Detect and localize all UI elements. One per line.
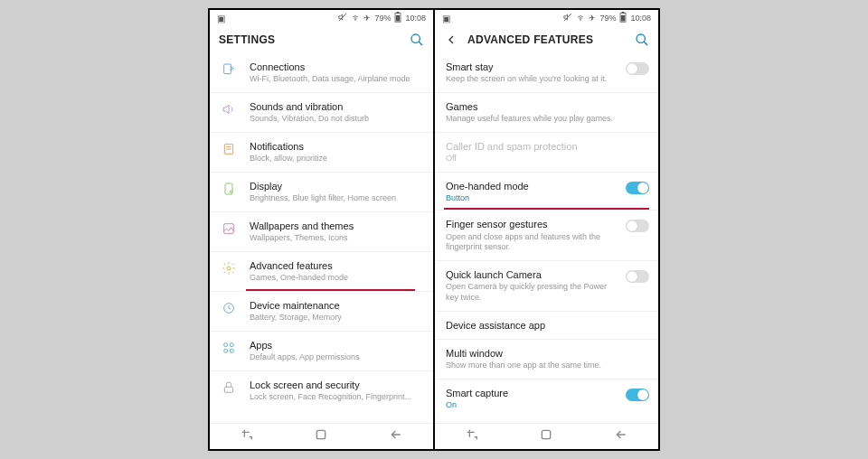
row-title: Multi window: [446, 347, 646, 360]
svg-point-16: [224, 343, 228, 347]
row-value: On: [446, 400, 611, 409]
svg-line-6: [419, 42, 422, 45]
row-one-handed-mode[interactable]: One-handed mode Button: [435, 173, 658, 211]
page-title: ADVANCED FEATURES: [467, 33, 626, 46]
svg-rect-3: [397, 12, 400, 14]
row-display[interactable]: Display Brightness, Blue light filter, H…: [210, 173, 433, 212]
row-lock-screen[interactable]: Lock screen and security Lock screen, Fa…: [210, 371, 433, 410]
row-sub: Battery, Storage, Memory: [250, 313, 424, 323]
clock-text: 10:08: [630, 14, 651, 23]
row-sub: Block, allow, prioritize: [250, 154, 424, 164]
row-quick-launch-camera[interactable]: Quick launch Camera Open Camera by quick…: [435, 261, 658, 312]
sound-icon: [219, 100, 239, 117]
svg-point-23: [580, 20, 581, 21]
svg-rect-21: [317, 430, 326, 438]
apps-icon: [219, 339, 239, 355]
row-title: Apps: [250, 339, 424, 351]
svg-point-12: [230, 191, 232, 193]
wallpaper-icon: [219, 220, 239, 236]
row-finger-sensor[interactable]: Finger sensor gestures Open and close ap…: [435, 211, 658, 261]
toggle-smart-capture[interactable]: [626, 389, 649, 401]
mute-icon: [563, 13, 572, 23]
settings-screen: ▣ ✈ 79% 10:08 SETTINGS: [210, 10, 433, 449]
wifi-icon: [351, 13, 360, 23]
screenshot-icon: ▣: [442, 14, 450, 23]
row-title: Lock screen and security: [250, 379, 424, 391]
highlight-underline: [444, 208, 649, 210]
toggle-finger-sensor[interactable]: [626, 220, 649, 232]
svg-rect-29: [542, 430, 551, 438]
svg-point-17: [230, 343, 233, 347]
nav-bar: [435, 423, 658, 449]
header: ADVANCED FEATURES: [435, 26, 658, 53]
svg-point-1: [355, 20, 356, 21]
row-connections[interactable]: Connections Wi-Fi, Bluetooth, Data usage…: [210, 53, 433, 93]
lock-icon: [219, 379, 239, 395]
status-bar: ▣ ✈ 79% 10:08: [435, 10, 658, 26]
row-title: Notifications: [250, 140, 424, 153]
row-title: Device assistance app: [446, 319, 646, 332]
svg-rect-7: [224, 64, 231, 74]
recents-button[interactable]: [240, 427, 254, 445]
maintenance-icon: [219, 299, 239, 315]
connections-icon: [219, 61, 239, 77]
row-caller-id: Caller ID and spam protection Off: [435, 133, 658, 173]
back-button[interactable]: [614, 427, 628, 445]
row-smart-capture[interactable]: Smart capture On: [435, 379, 658, 417]
row-title: Caller ID and spam protection: [446, 140, 646, 153]
row-wallpapers[interactable]: Wallpapers and themes Wallpapers, Themes…: [210, 212, 433, 252]
row-sub: Games, One-handed mode: [250, 273, 424, 284]
row-advanced-features[interactable]: Advanced features Games, One-handed mode: [210, 252, 433, 292]
advanced-list: Smart stay Keep the screen on while you'…: [435, 53, 658, 423]
row-multi-window[interactable]: Multi window Show more than one app at t…: [435, 340, 658, 379]
row-device-assistance[interactable]: Device assistance app: [435, 312, 658, 340]
status-bar: ▣ ✈ 79% 10:08: [210, 10, 433, 26]
row-title: Games: [446, 100, 646, 113]
recents-button[interactable]: [465, 427, 479, 445]
page-title: SETTINGS: [219, 33, 401, 46]
row-device-maintenance[interactable]: Device maintenance Battery, Storage, Mem…: [210, 292, 433, 332]
svg-point-14: [227, 267, 231, 270]
home-button[interactable]: [539, 427, 553, 445]
row-sub: Default apps, App permissions: [250, 352, 424, 363]
svg-rect-20: [224, 387, 232, 392]
toggle-smart-stay[interactable]: [626, 62, 649, 75]
row-title: Smart stay: [446, 61, 611, 73]
row-title: Device maintenance: [250, 299, 424, 312]
row-title: Display: [250, 180, 424, 192]
row-notifications[interactable]: Notifications Block, allow, prioritize: [210, 133, 433, 173]
row-title: One-handed mode: [446, 180, 611, 192]
row-title: Sounds and vibration: [250, 100, 424, 113]
airplane-icon: ✈: [363, 14, 371, 23]
row-title: Smart capture: [446, 387, 611, 399]
back-icon[interactable]: [444, 33, 458, 47]
svg-line-28: [644, 42, 647, 45]
nav-bar: [210, 423, 433, 449]
search-icon[interactable]: [635, 33, 649, 47]
highlight-underline: [246, 289, 415, 291]
row-sub: Lock screen, Face Recognition, Fingerpri…: [250, 392, 424, 403]
row-sub: Off: [446, 154, 646, 164]
toggle-one-handed[interactable]: [626, 182, 649, 194]
row-sub: Show more than one app at the same time.: [446, 361, 646, 371]
airplane-icon: ✈: [589, 14, 596, 23]
back-button[interactable]: [389, 427, 403, 445]
battery-icon: [394, 12, 401, 24]
row-games[interactable]: Games Manage useful features while you p…: [435, 93, 658, 133]
row-sub: Wi-Fi, Bluetooth, Data usage, Airplane m…: [250, 74, 424, 85]
row-sub: Manage useful features while you play ga…: [446, 114, 646, 125]
search-icon[interactable]: [410, 33, 424, 47]
home-button[interactable]: [314, 427, 328, 445]
row-sounds[interactable]: Sounds and vibration Sounds, Vibration, …: [210, 93, 433, 133]
svg-point-18: [224, 349, 228, 352]
svg-rect-25: [622, 12, 625, 14]
row-title: Wallpapers and themes: [250, 220, 424, 232]
header: SETTINGS: [210, 26, 433, 53]
row-sub: Keep the screen on while you're looking …: [446, 74, 611, 85]
svg-rect-4: [396, 15, 401, 22]
row-sub: Open and close apps and features with th…: [446, 232, 611, 253]
row-apps[interactable]: Apps Default apps, App permissions: [210, 332, 433, 371]
row-smart-stay[interactable]: Smart stay Keep the screen on while you'…: [435, 53, 658, 93]
advanced-icon: [219, 259, 239, 276]
toggle-quick-camera[interactable]: [626, 270, 649, 283]
